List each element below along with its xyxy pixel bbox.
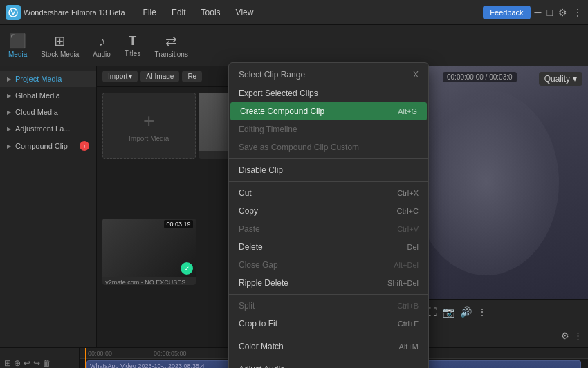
toolbar-titles[interactable]: T Titles [125,34,141,57]
cm-adjust-audio[interactable]: Adjust Audio [229,360,428,368]
cm-item-shortcut: Ctrl+V [397,225,419,233]
cm-editing-timeline[interactable]: Editing Timeline [229,120,428,138]
volume-icon[interactable]: 🔊 [460,306,472,318]
titles-icon: T [129,34,136,48]
topbar-icons: ─ □ ⚙ ⋮ [535,7,582,18]
cm-item-shortcut: Ctrl+F [398,320,419,328]
cm-item-label: Delete [239,242,263,252]
window-settings-icon[interactable]: ⚙ [558,7,567,18]
context-menu: Select Clip Range X Export Selected Clip… [228,62,429,368]
delete-icon[interactable]: 🗑 [43,358,51,368]
context-menu-title: Select Clip Range [239,70,305,80]
cm-save-compound-custom[interactable]: Save as Compound Clip Custom [229,138,428,156]
window-max-icon[interactable]: □ [547,7,553,18]
window-min-icon[interactable]: ─ [535,7,542,18]
cm-item-shortcut: Alt+G [398,107,417,116]
compound-clip-badge: ! [80,141,89,151]
undo-icon[interactable]: ↩ [24,358,30,368]
cm-item-shortcut: Del [407,243,419,251]
toolbar-media[interactable]: ⬛ Media [8,33,27,58]
cm-item-label: Create Compound Clip [240,107,324,116]
toolbar-stock-media[interactable]: ⊞ Stock Media [41,33,79,58]
media-duration-badge: 00:03:19 [164,220,192,228]
ai-image-label: AI Image [146,73,174,80]
cm-paste[interactable]: Paste Ctrl+V [229,220,428,238]
fullscreen-icon[interactable]: ⛶ [428,306,437,318]
cm-item-shortcut: Ctrl+X [397,189,419,197]
menu-view[interactable]: View [229,5,261,20]
cm-item-label: Split [239,301,255,311]
panel-label: Global Media [15,91,60,100]
toolbar: ⬛ Media ⊞ Stock Media ♪ Audio T Titles ⇄… [0,25,588,66]
import-label: Import [108,73,127,80]
cm-item-label: Export Selected Clips [239,89,318,98]
snapshot-icon[interactable]: 📷 [443,306,454,318]
grid-icon[interactable]: ⊞ [4,358,11,368]
magnet-icon[interactable]: ⊕ [14,358,21,368]
cm-item-label: Disable Clip [239,165,283,175]
panel-global-media[interactable]: ▶ Global Media [0,87,96,104]
quality-dropdown[interactable]: Quality ▾ [539,72,582,86]
cm-item-label: Editing Timeline [239,125,297,134]
import-button[interactable]: Import ▾ [102,71,138,82]
app-logo: Wondershare Filmora 13 Beta [6,5,125,20]
more2-icon[interactable]: ⋮ [573,331,582,341]
menu-edit[interactable]: Edit [165,5,193,20]
cm-item-label: Save as Compound Clip Custom [239,142,359,152]
panel-label: Adjustment La... [15,125,71,133]
cm-export-selected[interactable]: Export Selected Clips [229,84,428,102]
cm-divider-3 [229,294,428,295]
left-panel: ▶ Project Media ▶ Global Media ▶ Cloud M… [0,66,97,347]
cm-item-label: Paste [239,224,260,234]
stock-media-label: Stock Media [41,50,79,58]
close-context-menu-icon[interactable]: X [413,70,419,80]
cm-create-compound[interactable]: Create Compound Clip Alt+G [230,102,427,120]
more-icon[interactable]: ⋮ [477,306,487,318]
panel-label: Cloud Media [15,108,58,116]
cm-copy[interactable]: Copy Ctrl+C [229,202,428,220]
media-thumb-2[interactable]: 00:03:19 ✓ y2mate.com - NO EXCUSES ... [102,219,196,285]
media-label: Media [8,50,27,58]
cm-close-gap[interactable]: Close Gap Alt+Del [229,256,428,274]
cm-ripple-delete[interactable]: Ripple Delete Shift+Del [229,274,428,292]
cm-cut[interactable]: Cut Ctrl+X [229,184,428,202]
cm-item-shortcut: Ctrl+B [397,302,419,310]
toolbar-audio[interactable]: ♪ Audio [93,33,111,58]
panel-compound-clip[interactable]: ▶ Compound Clip ! [0,137,96,155]
cm-item-label: Color Match [239,342,284,351]
ai-image-button[interactable]: AI Image [140,71,179,82]
cm-crop-to-fit[interactable]: Crop to Fit Ctrl+F [229,315,428,333]
cm-disable-clip[interactable]: Disable Clip [229,161,428,179]
menu-file[interactable]: File [136,5,163,20]
media-check-icon: ✓ [181,262,193,275]
panel-adjustment[interactable]: ▶ Adjustment La... [0,120,96,137]
timeline-track-controls: ⊞ ⊕ ↩ ↪ 🗑 [4,356,75,369]
transitions-icon: ⇄ [165,33,177,49]
feedback-button[interactable]: Feedback [483,6,530,19]
logo-icon [6,5,21,20]
toolbar-transitions[interactable]: ⇄ Transitions [154,33,188,58]
transitions-label: Transitions [154,50,188,58]
topbar: Wondershare Filmora 13 Beta File Edit To… [0,0,588,25]
quality-label: Quality [544,74,570,84]
import-media-cell[interactable]: + Import Media [102,93,196,159]
app-title: Wondershare Filmora 13 Beta [24,8,125,17]
playhead[interactable] [85,348,86,368]
ruler-mark-5: 00:00:05:00 [154,350,187,357]
window-more-icon[interactable]: ⋮ [573,7,582,18]
cm-divider-4 [229,335,428,335]
cm-split[interactable]: Split Ctrl+B [229,297,428,315]
cm-item-label: Crop to Fit [239,319,277,329]
cm-delete[interactable]: Delete Del [229,238,428,256]
re-button[interactable]: Re [182,71,202,82]
menu-tools[interactable]: Tools [194,5,228,20]
media-item-label-2: y2mate.com - NO EXCUSES ... [105,279,192,285]
import-chevron-icon: ▾ [129,73,132,80]
panel-cloud-media[interactable]: ▶ Cloud Media [0,104,96,120]
panel-project-media[interactable]: ▶ Project Media [0,71,96,87]
cm-divider-5 [229,358,428,358]
context-menu-header: Select Clip Range X [229,66,428,84]
redo-icon[interactable]: ↪ [33,358,40,368]
cm-color-match[interactable]: Color Match Alt+M [229,338,428,356]
settings-icon[interactable]: ⚙ [561,331,569,341]
